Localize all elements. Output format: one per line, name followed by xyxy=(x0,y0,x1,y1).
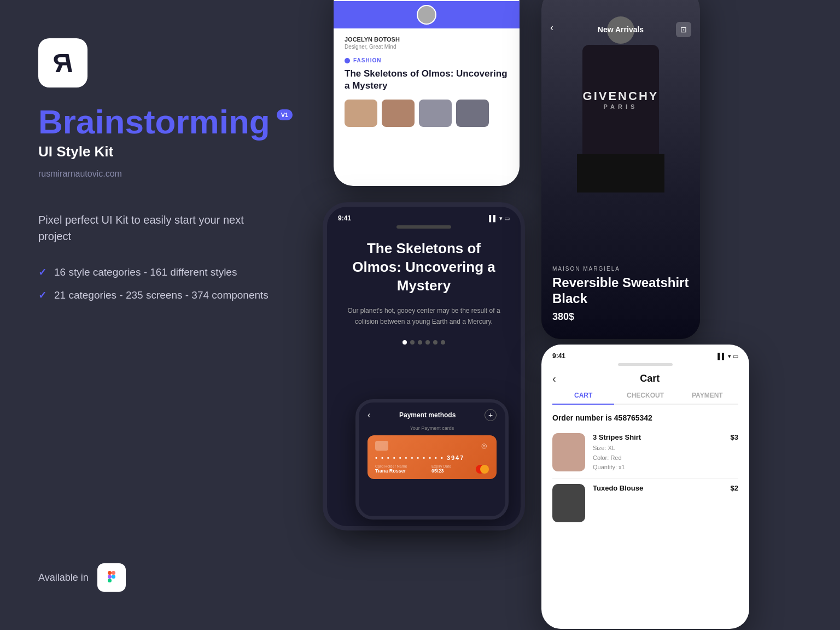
thumbnail-3 xyxy=(419,100,452,127)
card-chip xyxy=(375,441,388,451)
category-dot xyxy=(345,58,350,63)
available-label: Available in xyxy=(38,572,89,584)
svg-rect-0 xyxy=(108,571,112,575)
phone-payment: ‹ Payment methods + Your Payment cards ◎… xyxy=(355,399,509,520)
cart-item-price-2: $2 xyxy=(731,484,738,492)
phone-cart: 9:41 ▌▌ ▾ ▭ ‹ Cart CART CHECKOUT PAYMENT… xyxy=(541,345,749,629)
card-holder-name: Tiana Rosser xyxy=(375,468,407,474)
svg-rect-4 xyxy=(108,579,112,582)
svg-point-3 xyxy=(112,575,115,579)
cart-tabs: CART CHECKOUT PAYMENT xyxy=(541,385,749,405)
cart-time: 9:41 xyxy=(552,352,565,360)
tab-checkout[interactable]: CHECKOUT xyxy=(614,392,676,405)
cart-item-price-1: $3 xyxy=(731,433,738,441)
phone-time: 9:41 xyxy=(338,214,351,222)
person-image: GIVENCHY PARIS xyxy=(571,16,670,191)
mastercard-logo xyxy=(476,465,489,474)
product-price: 380$ xyxy=(552,311,689,323)
cart-item-details-2: Tuxedo Blouse xyxy=(593,484,723,494)
dark-article-desc: Our planet's hot, gooey center may be th… xyxy=(343,306,504,326)
thumbnail-1 xyxy=(345,100,377,127)
cart-title: Cart xyxy=(562,373,738,384)
feature-text-1: 16 style categories - 161 different styl… xyxy=(54,266,237,278)
article-title: The Skeletons of Olmos: Uncovering a Mys… xyxy=(345,68,509,92)
available-row: Available in xyxy=(38,563,284,592)
givenchy-text: GIVENCHY xyxy=(583,89,659,103)
phone-fashion: GIVENCHY PARIS ‹ New Arrivals ⊡ MAISON M… xyxy=(541,0,700,339)
dot-2 xyxy=(410,340,415,345)
thumbnail-4 xyxy=(456,100,489,127)
cart-item-image-1 xyxy=(552,433,585,471)
status-icons: ▌▌ ▾ ▭ xyxy=(489,215,510,222)
payment-subtitle: Your Payment cards xyxy=(359,424,505,435)
phone-dark-notch xyxy=(396,225,451,229)
fashion-bottom-info: MAISON MARGIELA Reversible Sweatshirt Bl… xyxy=(541,266,700,323)
order-number: Order number is 458765342 xyxy=(541,405,749,428)
card-number: • • • • • • • • • • • • 3947 xyxy=(375,454,489,461)
website-url: rusmirarnautovic.com xyxy=(38,169,284,179)
dot-4 xyxy=(425,340,430,345)
feature-text-2: 21 categories - 235 screens - 374 compon… xyxy=(54,289,269,301)
fashion-nav: ‹ New Arrivals ⊡ xyxy=(541,0,700,43)
cart-item-name-2: Tuxedo Blouse xyxy=(593,484,723,492)
fashion-brand-name: MAISON MARGIELA xyxy=(552,266,689,272)
size-label: Size: xyxy=(593,445,608,451)
add-button[interactable]: + xyxy=(485,409,497,421)
cart-item-details-1: 3 Stripes Shirt Size: XL Color: Red Quan… xyxy=(593,433,723,472)
phone-header-bar xyxy=(334,1,520,28)
cart-status-bar: 9:41 ▌▌ ▾ ▭ xyxy=(541,345,749,360)
logo-icon: R xyxy=(54,48,73,78)
tab-cart[interactable]: CART xyxy=(552,392,614,405)
svg-rect-2 xyxy=(108,575,112,579)
author-role: Designer, Great Mind xyxy=(345,44,509,50)
dot-5 xyxy=(433,340,438,345)
nav-more-button[interactable]: ⊡ xyxy=(676,22,691,37)
author-name: JOCELYN BOTOSH xyxy=(345,36,509,43)
figma-icon xyxy=(97,563,126,592)
status-bar: 9:41 ▌▌ ▾ ▭ xyxy=(327,207,521,225)
tab-payment[interactable]: PAYMENT xyxy=(676,392,738,405)
expiry-label: Expiry Date xyxy=(431,464,451,468)
color-label: Color: xyxy=(593,454,610,461)
dark-article-title: The Skeletons of Olmos: Uncovering a Mys… xyxy=(343,240,504,295)
cart-item-image-2 xyxy=(552,484,585,522)
check-icon-2: ✓ xyxy=(38,289,46,301)
phone-body: JOCELYN BOTOSH Designer, Great Mind FASH… xyxy=(334,28,520,135)
cart-item-name-1: 3 Stripes Shirt xyxy=(593,433,723,441)
check-icon-1: ✓ xyxy=(38,266,46,278)
cart-item-2: Tuxedo Blouse $2 xyxy=(541,479,749,528)
payment-header: ‹ Payment methods + xyxy=(359,402,505,424)
category-row: FASHION xyxy=(345,57,509,63)
logo-box: R xyxy=(38,38,88,88)
features-list: ✓ 16 style categories - 161 different st… xyxy=(38,266,284,312)
card-expiry-section: Expiry Date 05/23 xyxy=(431,464,451,474)
card-holder-section: Card Holder Name Tiana Rosser xyxy=(375,464,407,474)
svg-rect-1 xyxy=(112,571,115,575)
thumbnail-2 xyxy=(382,100,415,127)
pagination-dots xyxy=(343,340,504,345)
dark-body: The Skeletons of Olmos: Uncovering a Mys… xyxy=(327,240,521,345)
avatar xyxy=(417,5,436,25)
brand-title: Brainstorming xyxy=(38,105,270,139)
paris-text: PARIS xyxy=(604,103,638,110)
cart-header: ‹ Cart xyxy=(541,366,749,385)
nav-title: New Arrivals xyxy=(598,25,644,34)
nav-back-button[interactable]: ‹ xyxy=(550,22,565,37)
cart-item-meta-1: Size: XL Color: Red Quantity: x1 xyxy=(593,444,723,472)
version-badge: V1 xyxy=(277,109,293,120)
right-section: GIVENCHY PARIS ‹ New Arrivals ⊡ MAISON M… xyxy=(541,0,840,630)
thumbnail-row xyxy=(345,100,509,127)
mc-circle-yellow xyxy=(480,465,489,474)
dot-1 xyxy=(402,340,407,345)
feature-item-2: ✓ 21 categories - 235 screens - 374 comp… xyxy=(38,289,284,301)
feature-item-1: ✓ 16 style categories - 161 different st… xyxy=(38,266,284,278)
subtitle: UI Style Kit xyxy=(38,143,284,160)
payment-card: ◎ • • • • • • • • • • • • 3947 Card Hold… xyxy=(368,435,497,479)
middle-section: JOCELYN BOTOSH Designer, Great Mind FASH… xyxy=(323,0,541,630)
cart-back-button[interactable]: ‹ xyxy=(552,372,556,385)
qty-label: Quantity: x xyxy=(593,464,622,470)
card-footer: Card Holder Name Tiana Rosser Expiry Dat… xyxy=(375,464,489,474)
expiry-value: 05/23 xyxy=(431,468,451,474)
nfc-icon: ◎ xyxy=(479,441,489,451)
dot-6 xyxy=(441,340,445,345)
